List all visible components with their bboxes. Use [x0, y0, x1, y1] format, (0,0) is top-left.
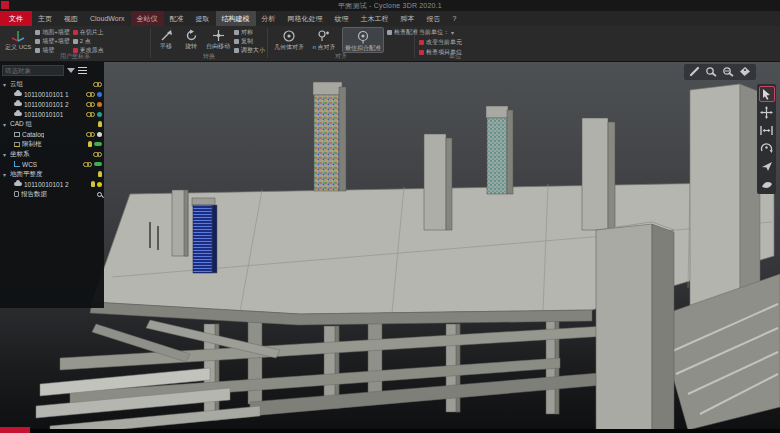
tab-home[interactable]: 主页: [32, 11, 58, 26]
toggle-pill[interactable]: [94, 142, 102, 146]
model-3d-scene[interactable]: [0, 62, 780, 433]
ribbon-group-transform: 平移 旋转 自由移动 对称 复制 调整大小: [151, 26, 267, 61]
goggles-icon[interactable]: [93, 152, 102, 157]
group-label-transform: 转换: [151, 52, 267, 61]
report-icon: [14, 191, 19, 197]
current-unit-dropdown[interactable]: 当前单位：▾: [419, 29, 462, 36]
annotate-mesh-icon[interactable]: [722, 63, 734, 81]
tree-item-cloud-1[interactable]: 10110010101 1: [2, 89, 102, 99]
best-fit-icon: [356, 30, 370, 44]
annotate-cloud-icon[interactable]: [705, 63, 717, 81]
free-move-button[interactable]: 自由移动: [205, 27, 231, 54]
tab-help[interactable]: ?: [447, 11, 463, 26]
goggles-icon[interactable]: [86, 92, 95, 97]
change-unit-button[interactable]: 改变当前单元: [419, 39, 462, 46]
panel-menu-icon[interactable]: [78, 67, 87, 75]
tab-file[interactable]: 文件: [0, 11, 32, 26]
ribbon-tab-bar: 文件 主页 视图 CloudWorx 全站仪 配准 提取 结构建模 分析 网格化…: [0, 11, 780, 26]
tree-item-cloud-3[interactable]: 10110010101: [2, 109, 102, 119]
fit-width-tool[interactable]: [759, 122, 775, 138]
geometry-align-button[interactable]: 几何体对齐: [272, 27, 306, 53]
tab-construction[interactable]: 结构建模: [216, 11, 256, 26]
pan-tool[interactable]: [759, 176, 775, 192]
bottom-edge: [0, 429, 780, 433]
cloud-icon: [14, 112, 22, 116]
filter-funnel-icon[interactable]: [67, 68, 75, 73]
translate-button[interactable]: 平移: [155, 27, 177, 54]
chevron-down-icon[interactable]: ▾: [3, 171, 8, 178]
goggles-icon[interactable]: [86, 112, 95, 117]
tree-item-cloud-2[interactable]: 10110010101 2: [2, 99, 102, 109]
plane-wall-icon: [35, 30, 40, 35]
tab-analysis[interactable]: 分析: [256, 11, 282, 26]
bulb-icon[interactable]: [98, 171, 102, 177]
measure-pen-icon[interactable]: [689, 63, 700, 81]
tree-group-floor-flatness[interactable]: ▾ 地面平整度: [2, 169, 102, 179]
tab-meshing[interactable]: 网格化处理: [282, 11, 329, 26]
tab-total-station[interactable]: 全站仪: [131, 11, 164, 26]
color-dot[interactable]: [97, 112, 102, 117]
group-label-units: 单位: [415, 52, 495, 61]
viewport-3d[interactable]: ▾ 云组 10110010101 1 10110010101 2 1011001…: [0, 62, 780, 433]
tab-civil[interactable]: 土木工程: [355, 11, 395, 26]
ribbon: 定义 UCS 地面+墙壁 墙壁+墙壁 墙壁 在切片上 2 点 更改原点 用户坐标…: [0, 26, 780, 62]
tree-group-clouds[interactable]: ▾ 云组: [2, 79, 102, 89]
tree-group-coordinate-systems[interactable]: ▾ 坐标系: [2, 149, 102, 159]
clipbox-icon: [14, 142, 20, 147]
duplicate-button[interactable]: 复制: [234, 38, 265, 45]
tab-script[interactable]: 脚本: [395, 11, 421, 26]
tab-view[interactable]: 视图: [58, 11, 84, 26]
window-title: 平面测试 - Cyclone 3DR 2020.1: [338, 1, 442, 11]
mirror-button[interactable]: 对称: [234, 29, 265, 36]
chevron-down-icon[interactable]: ▾: [3, 81, 8, 88]
bulb-icon[interactable]: [91, 181, 95, 187]
chevron-down-icon[interactable]: ▾: [3, 151, 8, 158]
two-points-icon: [73, 39, 78, 44]
tree-item-flatness-cloud[interactable]: 10110010101 2: [2, 179, 102, 189]
annotation-toolbar: [684, 64, 756, 80]
free-move-icon: [212, 29, 225, 42]
ucs-two-points-button[interactable]: 2 点: [73, 38, 104, 45]
filter-input[interactable]: [2, 65, 64, 76]
goggles-icon[interactable]: [93, 82, 102, 87]
toggle-pill[interactable]: [94, 162, 102, 166]
goggles-icon[interactable]: [86, 102, 95, 107]
tree-item-clipbox[interactable]: 限制框: [2, 139, 102, 149]
check-align-button[interactable]: 检查配准: [387, 29, 418, 36]
orbit-tool[interactable]: [759, 140, 775, 156]
tree-group-cad[interactable]: ▾ CAD 组: [2, 119, 102, 129]
title-bar: 平面测试 - Cyclone 3DR 2020.1: [0, 0, 780, 11]
goggles-icon[interactable]: [86, 132, 95, 137]
duplicate-icon: [234, 39, 239, 44]
tree-item-wcs[interactable]: WCS: [2, 159, 102, 169]
define-ucs-button[interactable]: 定义 UCS: [4, 27, 32, 54]
color-dot[interactable]: [97, 132, 102, 137]
goggles-icon[interactable]: [83, 162, 92, 167]
bulb-icon[interactable]: [88, 141, 92, 147]
magnifier-icon[interactable]: [97, 192, 102, 197]
bulb-icon[interactable]: [98, 121, 102, 127]
ucs-wall-wall-button[interactable]: 墙壁+墙壁: [35, 38, 70, 45]
mirror-icon: [234, 30, 239, 35]
best-fit-align-button[interactable]: 最佳拟合配准: [342, 27, 384, 53]
n-points-align-button[interactable]: n 点对齐: [309, 27, 339, 53]
tab-extract[interactable]: 提取: [190, 11, 216, 26]
ucs-plane-wall-button[interactable]: 地面+墙壁: [35, 29, 70, 36]
tab-texturing[interactable]: 纹理: [329, 11, 355, 26]
tag-icon[interactable]: [739, 63, 751, 81]
rotate-button[interactable]: 旋转: [180, 27, 202, 54]
chevron-down-icon[interactable]: ▾: [3, 121, 8, 128]
tree-item-report-data[interactable]: 报告数据: [2, 189, 102, 199]
fly-tool[interactable]: [759, 158, 775, 174]
select-tool[interactable]: [759, 86, 775, 102]
color-dot[interactable]: [97, 182, 102, 187]
tab-report[interactable]: 报告: [421, 11, 447, 26]
tab-cloudworx[interactable]: CloudWorx: [84, 11, 131, 26]
color-dot[interactable]: [97, 102, 102, 107]
tree-item-catalog[interactable]: Catalog: [2, 129, 102, 139]
tab-registration[interactable]: 配准: [164, 11, 190, 26]
move-tool[interactable]: [759, 104, 775, 120]
color-dot[interactable]: [97, 92, 102, 97]
n-points-icon: [317, 29, 331, 43]
ucs-on-slice-button[interactable]: 在切片上: [73, 29, 104, 36]
